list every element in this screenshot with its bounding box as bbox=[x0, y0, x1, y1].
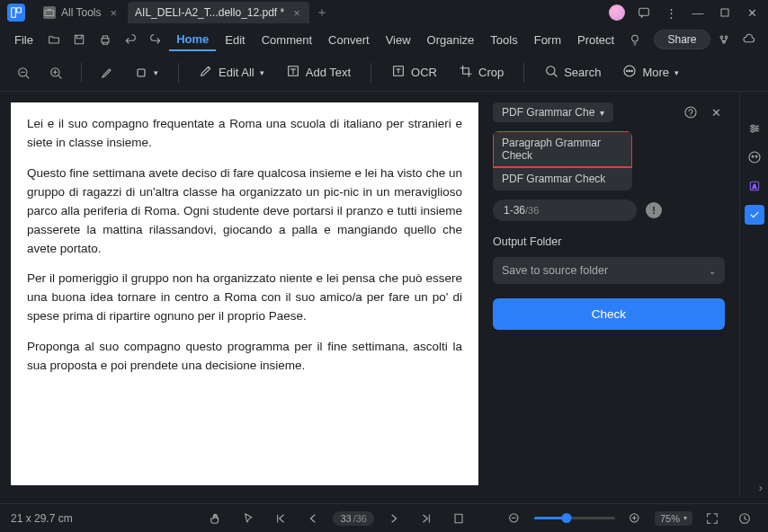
maximize-button[interactable] bbox=[712, 2, 737, 23]
menu-file[interactable]: File bbox=[7, 30, 40, 50]
sync-icon[interactable] bbox=[712, 27, 736, 52]
svg-rect-30 bbox=[455, 514, 462, 522]
output-folder-label: Output Folder bbox=[493, 235, 725, 248]
print-icon[interactable] bbox=[93, 27, 116, 52]
settings-icon[interactable] bbox=[745, 119, 764, 138]
page-range-input[interactable]: 1-36/36 bbox=[493, 200, 637, 221]
svg-point-18 bbox=[627, 70, 628, 71]
hand-tool-icon[interactable] bbox=[203, 506, 228, 531]
close-panel-icon[interactable]: ✕ bbox=[707, 103, 725, 121]
shape-dropdown[interactable]: ▾ bbox=[127, 62, 165, 84]
last-page-icon[interactable] bbox=[414, 506, 439, 531]
page-number-input[interactable]: 33/36 bbox=[333, 511, 374, 526]
highlight-icon[interactable] bbox=[94, 60, 120, 85]
menu-edit[interactable]: Edit bbox=[218, 30, 252, 50]
svg-point-24 bbox=[751, 129, 754, 132]
right-rail: A bbox=[739, 92, 768, 496]
page-dimensions: 21 x 29.7 cm bbox=[11, 512, 73, 525]
svg-rect-4 bbox=[721, 9, 728, 16]
tool-label: Search bbox=[564, 66, 601, 79]
menu-protect[interactable]: Protect bbox=[570, 30, 621, 50]
home-toolbar: ▾ Edit All▾ Add Text OCR Crop Search Mor… bbox=[0, 54, 768, 92]
svg-rect-6 bbox=[102, 39, 109, 43]
first-page-icon[interactable] bbox=[268, 506, 293, 531]
new-tab-button[interactable]: ＋ bbox=[311, 4, 333, 21]
cloud-icon[interactable] bbox=[737, 27, 761, 52]
share-button[interactable]: Share bbox=[654, 30, 710, 49]
ocr-button[interactable]: OCR bbox=[384, 60, 444, 84]
menu-organize[interactable]: Organize bbox=[420, 30, 482, 50]
ai-assistant-icon[interactable]: A bbox=[745, 176, 764, 196]
tab-document[interactable]: AIL_DELI-A2_T...dello_12.pdf * × bbox=[128, 2, 309, 23]
menu-form[interactable]: Form bbox=[527, 30, 568, 50]
close-button[interactable]: ✕ bbox=[739, 2, 764, 23]
svg-point-7 bbox=[632, 35, 639, 41]
menu-tools[interactable]: Tools bbox=[483, 30, 524, 50]
grammar-panel: PDF Grammar Che ✕ Paragraph Grammar Chec… bbox=[478, 92, 739, 496]
search-button[interactable]: Search bbox=[537, 60, 608, 84]
ellipsis-icon bbox=[622, 64, 637, 81]
open-icon[interactable] bbox=[42, 27, 66, 52]
avatar[interactable] bbox=[604, 2, 630, 23]
zoom-in-status-icon[interactable] bbox=[622, 506, 647, 531]
close-icon[interactable]: × bbox=[110, 6, 117, 20]
check-button[interactable]: Check bbox=[493, 298, 725, 330]
edit-all-button[interactable]: Edit All▾ bbox=[192, 60, 272, 84]
warning-icon[interactable]: ! bbox=[646, 202, 662, 218]
minimize-button[interactable]: — bbox=[685, 2, 710, 23]
zoom-out-status-icon[interactable] bbox=[502, 506, 527, 531]
svg-point-23 bbox=[755, 128, 757, 130]
read-mode-icon[interactable] bbox=[732, 506, 757, 531]
select-tool-icon[interactable] bbox=[236, 506, 261, 531]
paragraph: Questo fine settimana avete deciso di fa… bbox=[27, 164, 462, 259]
content-area: Lei e il suo compagno frequentate a Roma… bbox=[0, 92, 768, 496]
text-icon bbox=[286, 64, 300, 81]
zoom-out-icon[interactable] bbox=[11, 60, 36, 85]
page-total: /36 bbox=[525, 205, 539, 216]
menu-view[interactable]: View bbox=[379, 30, 418, 50]
svg-point-19 bbox=[630, 70, 630, 71]
svg-rect-13 bbox=[138, 69, 145, 76]
option-pdf-check[interactable]: PDF Grammar Check bbox=[493, 167, 632, 191]
help-icon[interactable] bbox=[682, 103, 700, 121]
select-value: Save to source folder bbox=[502, 264, 608, 277]
expand-panel-icon[interactable]: › bbox=[759, 481, 763, 494]
menu-comment[interactable]: Comment bbox=[255, 30, 319, 50]
zoom-slider[interactable] bbox=[534, 517, 615, 519]
tab-strip: All Tools × AIL_DELI-A2_T...dello_12.pdf… bbox=[36, 0, 333, 25]
menu-home[interactable]: Home bbox=[169, 29, 216, 51]
fit-page-icon[interactable] bbox=[446, 506, 471, 531]
prev-page-icon[interactable] bbox=[300, 506, 326, 531]
undo-icon[interactable] bbox=[119, 27, 142, 52]
zoom-in-icon[interactable] bbox=[43, 60, 68, 85]
add-text-button[interactable]: Add Text bbox=[279, 60, 358, 84]
option-paragraph-check[interactable]: Paragraph Grammar Check bbox=[493, 131, 632, 167]
tab-all-tools[interactable]: All Tools × bbox=[36, 2, 126, 23]
crop-button[interactable]: Crop bbox=[451, 60, 511, 84]
tab-label: All Tools bbox=[61, 6, 101, 19]
close-icon[interactable]: × bbox=[293, 6, 300, 20]
output-folder-select[interactable]: Save to source folder ⌄ bbox=[493, 257, 725, 284]
grammar-mode-select[interactable]: PDF Grammar Che bbox=[493, 102, 613, 122]
chat-icon[interactable] bbox=[631, 2, 656, 23]
kebab-menu-icon[interactable]: ⋮ bbox=[658, 2, 683, 23]
svg-rect-1 bbox=[17, 8, 22, 13]
document-viewer[interactable]: Lei e il suo compagno frequentate a Roma… bbox=[0, 92, 478, 496]
svg-rect-2 bbox=[45, 11, 53, 16]
next-page-icon[interactable] bbox=[381, 506, 406, 531]
paragraph: Per il pomeriggio il gruppo non ha organ… bbox=[27, 270, 462, 326]
crop-icon bbox=[459, 64, 473, 81]
save-icon[interactable] bbox=[67, 27, 91, 52]
fullscreen-icon[interactable] bbox=[700, 506, 725, 531]
redo-icon[interactable] bbox=[144, 27, 167, 52]
more-button[interactable]: More▾ bbox=[615, 60, 686, 84]
tool-label: OCR bbox=[411, 66, 437, 79]
zoom-value: 75% bbox=[660, 513, 680, 524]
checkmark-icon[interactable] bbox=[745, 205, 764, 225]
app-logo-icon bbox=[7, 4, 25, 22]
zoom-level-select[interactable]: 75%▾ bbox=[655, 511, 692, 526]
chat-ai-icon[interactable] bbox=[745, 147, 764, 167]
svg-point-22 bbox=[751, 125, 754, 128]
bulb-icon[interactable] bbox=[623, 27, 647, 52]
menu-convert[interactable]: Convert bbox=[321, 30, 377, 50]
